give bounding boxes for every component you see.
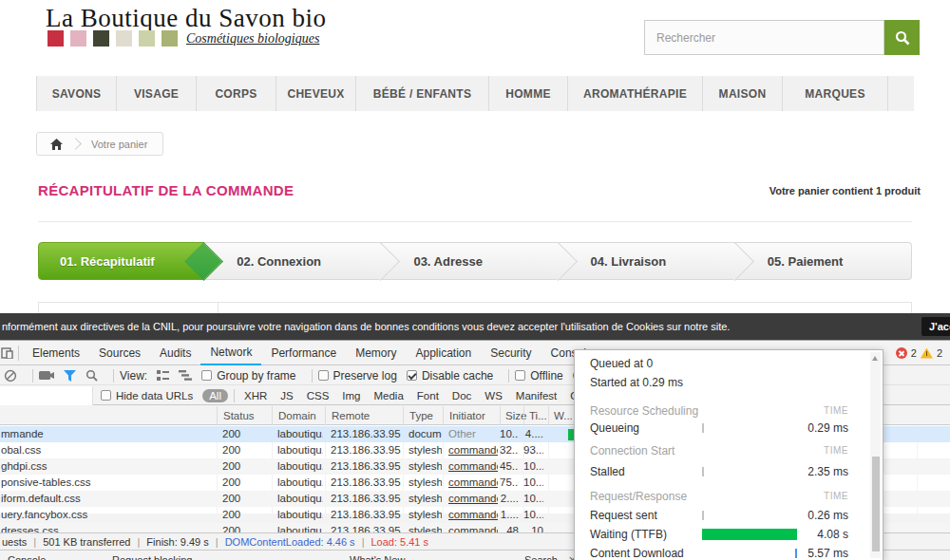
nav-item-savons[interactable]: SAVONS xyxy=(37,76,117,111)
checkbox-unchecked[interactable] xyxy=(201,370,212,381)
checkbox-unchecked[interactable] xyxy=(318,370,329,381)
preserve-log-checkbox[interactable]: Preserve log xyxy=(318,369,397,383)
nav-item-visage[interactable]: VISAGE xyxy=(117,76,197,111)
tab-application[interactable]: Application xyxy=(406,341,481,365)
tab-memory[interactable]: Memory xyxy=(346,341,406,365)
filter-type-all[interactable]: All xyxy=(202,389,228,402)
drawer-tab-request-blocking[interactable]: Request blocking xyxy=(112,553,192,560)
nav-item-aromatherapie[interactable]: AROMATHÉRAPIE xyxy=(568,76,703,111)
nav-item-cheveux[interactable]: CHEVEUX xyxy=(276,76,356,111)
screen: La Boutique du Savon bio Cosmétiques bio… xyxy=(0,0,950,560)
requests-count-fragment: uests xyxy=(2,536,27,548)
timing-queueing: Queueing 0.29 ms xyxy=(590,420,848,436)
offline-checkbox[interactable]: Offline xyxy=(515,369,562,383)
timing-tick xyxy=(702,423,704,433)
group-by-frame-checkbox[interactable]: Group by frame xyxy=(201,369,295,383)
step-adresse[interactable]: 03. Adresse xyxy=(381,242,558,280)
cart-summary: Votre panier contient 1 produit xyxy=(770,185,921,196)
search-requests-icon[interactable] xyxy=(86,369,98,382)
finish-time: Finish: 9.49 s xyxy=(146,536,208,548)
shop-logo[interactable]: La Boutique du Savon bio xyxy=(46,4,326,33)
checkout-steps: 01. Récapitulatif 02. Connexion 03. Adre… xyxy=(38,242,912,280)
filter-type-ws[interactable]: WS xyxy=(484,390,503,401)
tab-sources[interactable]: Sources xyxy=(89,341,150,365)
tab-performance[interactable]: Performance xyxy=(261,341,346,365)
device-toolbar-icon[interactable] xyxy=(1,341,14,365)
main-nav: SAVONS VISAGE CORPS CHEVEUX BÉBÉ / ENFAN… xyxy=(36,76,914,111)
checkbox-unchecked[interactable] xyxy=(515,370,525,381)
col-time[interactable]: Ti... xyxy=(523,406,548,425)
popup-scrollbar[interactable] xyxy=(870,352,881,558)
warning-count: 2 xyxy=(937,347,942,359)
cart-table-top-edge xyxy=(38,302,912,313)
col-size[interactable]: Size xyxy=(500,406,523,425)
request-timing-popup: Queued at 0 Started at 0.29 ms Resource … xyxy=(574,349,884,560)
page-title: RÉCAPITULATIF DE LA COMMANDE xyxy=(38,182,294,198)
breadcrumb: Votre panier xyxy=(36,132,163,156)
step-paiement[interactable]: 05. Paiement xyxy=(735,242,912,280)
search-bar xyxy=(644,20,920,55)
col-status[interactable]: Status xyxy=(217,406,272,425)
cookie-banner: nformément aux directives de la CNIL, po… xyxy=(0,313,950,340)
filter-input[interactable] xyxy=(0,386,93,405)
separator xyxy=(508,369,509,383)
drawer-tab-console[interactable]: Console xyxy=(8,553,46,560)
nav-item-bebe-enfants[interactable]: BÉBÉ / ENFANTS xyxy=(356,76,489,111)
filter-type-img[interactable]: Img xyxy=(342,390,360,401)
filter-type-media[interactable]: Media xyxy=(374,390,404,401)
transferred-size: 501 KB transferred xyxy=(43,536,130,548)
view-list-icon[interactable] xyxy=(157,370,169,381)
nav-item-marques[interactable]: MARQUES xyxy=(783,76,888,111)
timing-request-sent: Request sent 0.26 ms xyxy=(590,508,848,523)
tab-elements[interactable]: Elements xyxy=(23,341,89,365)
disable-cache-checkbox[interactable]: Disable cache xyxy=(407,369,493,383)
tab-audits[interactable]: Audits xyxy=(150,341,200,365)
nav-item-homme[interactable]: HOMME xyxy=(489,76,568,111)
nav-item-maison[interactable]: MAISON xyxy=(703,76,783,111)
col-type[interactable]: Type xyxy=(403,406,443,425)
devtools-panel: Elements Sources Audits Network Performa… xyxy=(0,340,950,560)
scrollbar-thumb[interactable] xyxy=(872,457,880,551)
filter-type-xhr[interactable]: XHR xyxy=(244,390,267,401)
filter-type-css[interactable]: CSS xyxy=(307,390,330,401)
swatch-olive xyxy=(162,30,178,47)
view-waterfall-icon[interactable] xyxy=(179,370,192,381)
hide-data-urls-checkbox[interactable]: Hide data URLs xyxy=(101,390,193,401)
separator xyxy=(312,369,313,383)
col-initiator[interactable]: Initiator xyxy=(443,406,500,425)
filter-type-manifest[interactable]: Manifest xyxy=(516,390,557,401)
checkbox-unchecked[interactable] xyxy=(101,390,111,401)
step-livraison[interactable]: 04. Livraison xyxy=(559,242,735,280)
scroll-up-icon[interactable] xyxy=(872,356,878,361)
console-badges[interactable]: 2 2 xyxy=(896,341,942,365)
timing-content-download: Content Download 5.57 ms xyxy=(590,546,848,560)
col-remote[interactable]: Remote Addr... xyxy=(325,406,403,425)
nav-filler xyxy=(888,76,914,111)
timing-queued: Queued at 0 xyxy=(590,356,848,371)
cookie-message: nformément aux directives de la CNIL, po… xyxy=(2,321,730,332)
warning-icon xyxy=(921,348,933,359)
nav-item-corps[interactable]: CORPS xyxy=(197,76,276,111)
tab-security[interactable]: Security xyxy=(481,341,541,365)
search-input[interactable] xyxy=(644,20,884,55)
timing-waiting-ttfb: Waiting (TTFB) 4.08 s xyxy=(590,527,848,542)
separator xyxy=(32,369,33,383)
checkbox-checked[interactable] xyxy=(407,370,417,381)
filter-type-js[interactable]: JS xyxy=(280,390,293,401)
tab-network[interactable]: Network xyxy=(200,341,261,365)
step-connexion[interactable]: 02. Connexion xyxy=(204,242,381,280)
filter-type-font[interactable]: Font xyxy=(417,390,439,401)
separator xyxy=(18,345,19,361)
step-recapitulatif[interactable]: 01. Récapitulatif xyxy=(38,242,204,280)
filter-type-doc[interactable]: Doc xyxy=(452,390,471,401)
cookie-accept-button[interactable]: J'accepte xyxy=(922,317,950,336)
capture-screenshots-icon[interactable] xyxy=(39,370,54,381)
timing-tick xyxy=(702,467,704,476)
filter-icon[interactable] xyxy=(64,370,76,382)
drawer-tab-whats-new[interactable]: What's New xyxy=(350,553,405,560)
timing-section-resource-scheduling: Resource Scheduling TIME xyxy=(590,403,848,419)
drawer-tab-search[interactable]: Search ✕ xyxy=(524,553,577,560)
search-button[interactable] xyxy=(884,20,920,55)
clear-button[interactable] xyxy=(4,369,17,383)
col-domain[interactable]: Domain xyxy=(272,406,325,425)
